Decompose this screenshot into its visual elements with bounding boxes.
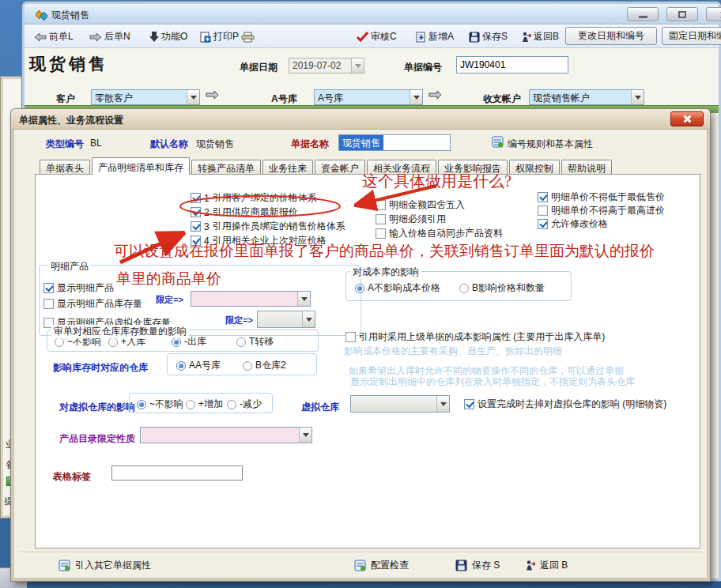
- virtual-warehouse-combo[interactable]: [350, 395, 450, 413]
- tab-related-flow[interactable]: 相关业务流程: [367, 160, 436, 175]
- checkbox-operator-price-system[interactable]: 3引用操作员绑定的销售价格体系: [191, 220, 345, 232]
- dropdown-arrow-icon[interactable]: [302, 311, 315, 327]
- dropdown-arrow-icon[interactable]: [351, 58, 364, 73]
- checkbox-box: [43, 283, 54, 293]
- dialog-titlebar: 单据属性、业务流程设置: [11, 109, 710, 130]
- radio-circle: [236, 337, 246, 347]
- fixed-date-number-button[interactable]: 固定日期和编号: [662, 27, 721, 45]
- form-title: 现货销售: [29, 53, 108, 75]
- checkbox-box: [191, 236, 201, 246]
- catalog-limit-label: 产品目录限定性质: [59, 432, 135, 446]
- minimize-button[interactable]: [627, 7, 659, 21]
- import-other-attrs-button[interactable]: 引入其它单据属性: [59, 559, 151, 572]
- checkbox-not-below-min-price[interactable]: 明细单价不得低于最低售价: [538, 191, 665, 203]
- cost-impact-group-title: 对成本库的影响: [350, 266, 421, 279]
- print-setup-icon: [200, 32, 211, 43]
- tab-product-detail-stock[interactable]: 产品明细清单和库存: [92, 157, 190, 175]
- browse-icon[interactable]: [428, 89, 442, 100]
- default-name-label: 默认名称: [150, 138, 188, 151]
- dropdown-arrow-icon[interactable]: [410, 90, 422, 104]
- doc-number-input[interactable]: [456, 56, 568, 74]
- checkbox-box: [43, 299, 54, 309]
- radio-warehouse-b2[interactable]: B仓库2: [243, 360, 286, 371]
- next-doc-button[interactable]: 后单N: [89, 30, 130, 43]
- dropdown-arrow-icon[interactable]: [297, 292, 310, 306]
- tab-permission[interactable]: 权限控制: [509, 160, 560, 175]
- tab-impact-report[interactable]: 业务影响报告: [438, 160, 508, 175]
- selected-text: 现货销售: [339, 135, 383, 150]
- date-picker[interactable]: 2019-07-02: [289, 58, 364, 74]
- radio-circle: [459, 284, 469, 293]
- dropdown-arrow-icon[interactable]: [436, 396, 449, 412]
- checkbox-allow-modify-price[interactable]: 允许修改价格: [538, 218, 608, 230]
- checkbox-supplier-latest-quote[interactable]: 2引用供应商最新报价: [191, 206, 298, 218]
- tab-help[interactable]: 帮助说明: [561, 160, 612, 175]
- checkbox-remove-virtual-impact[interactable]: 设置完成时去掉对虚拟仓库的影响 (明细物资): [464, 398, 666, 410]
- doc-name-input[interactable]: 现货销售: [338, 134, 451, 151]
- maximize-button[interactable]: [666, 7, 698, 21]
- function-menu-button[interactable]: 功能O: [149, 30, 187, 43]
- dropdown-arrow-icon[interactable]: [187, 90, 199, 104]
- dialog-return-button[interactable]: 返回 B: [525, 559, 568, 572]
- default-name-value: 现货销售: [196, 138, 234, 151]
- checkbox-price-sync-product[interactable]: 输入价格自动同步产品资料: [376, 228, 503, 239]
- exit-person-icon: [521, 32, 531, 43]
- browse-icon[interactable]: [205, 89, 219, 100]
- checkbox-use-parent-cost-attr[interactable]: 引用时采用上级单据的成本影响属性 (主要用于出库入库单): [345, 331, 605, 343]
- warehouse-combo[interactable]: A号库: [314, 89, 423, 105]
- tab-convert-list[interactable]: 转换产品清单: [191, 160, 261, 175]
- checkbox-box: [538, 219, 548, 229]
- return-button[interactable]: 返回B: [521, 30, 559, 43]
- radio-cost-impact-price-qty[interactable]: B影响价格和数量: [459, 282, 545, 294]
- radio-circle: [186, 400, 195, 409]
- tab-doc-header[interactable]: 单据表头: [40, 160, 90, 175]
- hand-left-icon: [34, 32, 47, 42]
- add-new-button[interactable]: 新增A: [415, 30, 454, 43]
- checkbox-box: [538, 205, 548, 216]
- tab-business-contacts[interactable]: 业务往来: [262, 160, 313, 175]
- checkbox-not-above-max-price[interactable]: 明细单价不得高于最高进价: [538, 205, 665, 217]
- catalog-limit-combo[interactable]: [140, 427, 312, 443]
- radio-audit-transfer[interactable]: T转移: [236, 336, 274, 348]
- checkbox-show-detail-product[interactable]: 显示明细产品: [43, 282, 114, 294]
- dropdown-arrow-icon[interactable]: [631, 90, 644, 104]
- radio-cost-no-impact[interactable]: A不影响成本价格: [355, 282, 440, 294]
- checkbox-detail-must-reference[interactable]: 明细必须引用: [376, 213, 446, 225]
- radio-virtual-none[interactable]: ~不影响: [137, 398, 183, 410]
- checkbox-box: [191, 193, 201, 203]
- audit-button[interactable]: 审核C: [357, 30, 397, 43]
- stock-limit-combo[interactable]: [191, 291, 311, 307]
- virtual-impact-label: 对虚拟仓库的影响: [59, 401, 135, 414]
- document-header-form: 现货销售 单据日期 2019-07-02 单据编号 客户 零散客户 A号库 A号…: [25, 48, 719, 113]
- rules-link[interactable]: 编号规则和基本属性: [508, 138, 593, 151]
- virtual-warehouse-label: 虚拟仓库: [301, 401, 339, 414]
- radio-warehouse-aa[interactable]: AA号库: [176, 360, 221, 371]
- dialog-title: 单据属性、业务流程设置: [19, 114, 123, 127]
- hint-text: 影响成本价格的主要有采购、自生产、拆卸出的明细: [344, 345, 562, 358]
- dropdown-arrow-icon[interactable]: [299, 428, 311, 443]
- checkbox-box: [538, 192, 548, 202]
- dialog-save-button[interactable]: 保存 S: [455, 559, 500, 572]
- customer-label: 客户: [56, 92, 75, 106]
- print-button[interactable]: 打印P: [200, 30, 255, 43]
- checkbox-related-company-price[interactable]: 4引用相关企业上次对应价格: [191, 235, 327, 247]
- config-check-icon: [354, 560, 366, 571]
- checkbox-show-detail-stock[interactable]: 显示明细产品库存量: [43, 298, 142, 310]
- checkbox-amount-rounding[interactable]: 明细金额四舍五入: [376, 199, 465, 211]
- tab-fund-account[interactable]: 资金帐户: [315, 160, 365, 175]
- change-date-number-button[interactable]: 更改日期和编号: [565, 27, 657, 45]
- customer-combo[interactable]: 零散客户: [91, 89, 200, 105]
- virtual-stock-limit-combo[interactable]: [257, 311, 315, 328]
- table-tag-input[interactable]: [111, 466, 243, 481]
- warehouse-label: A号库: [271, 92, 297, 106]
- tab-panel: 1引用客户绑定的价格体系 2引用供应商最新报价 3引用操作员绑定的销售价格体系 …: [35, 174, 700, 548]
- config-check-button[interactable]: 配置检查: [354, 559, 409, 572]
- dialog-close-button[interactable]: [670, 111, 704, 126]
- checkbox-quote-customer-price[interactable]: 1引用客户绑定的价格体系: [191, 192, 317, 204]
- account-combo[interactable]: 现货销售帐户: [529, 89, 644, 105]
- radio-virtual-add[interactable]: +增加: [186, 398, 223, 410]
- save-button[interactable]: 保存S: [469, 30, 508, 43]
- radio-virtual-minus[interactable]: -减少: [227, 398, 262, 410]
- prev-doc-button[interactable]: 前单L: [34, 30, 74, 43]
- close-button[interactable]: [706, 7, 721, 21]
